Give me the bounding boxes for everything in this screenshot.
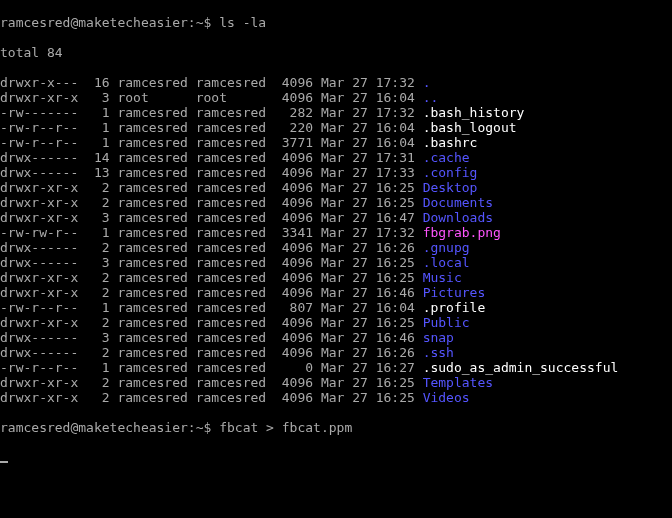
file-name: .config xyxy=(423,165,478,180)
file-meta: drwx------ 14 ramcesred ramcesred 4096 M… xyxy=(0,150,423,165)
file-name: Videos xyxy=(423,390,470,405)
file-row: drwxr-x--- 16 ramcesred ramcesred 4096 M… xyxy=(0,75,672,90)
file-meta: -rw-r--r-- 1 ramcesred ramcesred 220 Mar… xyxy=(0,120,423,135)
file-meta: -rw-r--r-- 1 ramcesred ramcesred 3771 Ma… xyxy=(0,135,423,150)
prompt-path: :~$ xyxy=(188,420,219,435)
file-row: drwx------ 13 ramcesred ramcesred 4096 M… xyxy=(0,165,672,180)
file-meta: drwx------ 3 ramcesred ramcesred 4096 Ma… xyxy=(0,330,423,345)
file-name: Documents xyxy=(423,195,493,210)
file-row: drwx------ 14 ramcesred ramcesred 4096 M… xyxy=(0,150,672,165)
prompt-user-host: ramcesred@maketecheasier xyxy=(0,15,188,30)
total-line: total 84 xyxy=(0,45,672,60)
file-name: Public xyxy=(423,315,470,330)
file-row: drwxr-xr-x 2 ramcesred ramcesred 4096 Ma… xyxy=(0,285,672,300)
file-row: drwxr-xr-x 2 ramcesred ramcesred 4096 Ma… xyxy=(0,315,672,330)
file-meta: drwx------ 13 ramcesred ramcesred 4096 M… xyxy=(0,165,423,180)
file-meta: drwxr-xr-x 2 ramcesred ramcesred 4096 Ma… xyxy=(0,195,423,210)
file-name: .ssh xyxy=(423,345,454,360)
file-row: drwx------ 2 ramcesred ramcesred 4096 Ma… xyxy=(0,345,672,360)
file-name: Pictures xyxy=(423,285,486,300)
file-name: snap xyxy=(423,330,454,345)
file-meta: -rw------- 1 ramcesred ramcesred 282 Mar… xyxy=(0,105,423,120)
file-name: .sudo_as_admin_successful xyxy=(423,360,619,375)
file-meta: -rw-r--r-- 1 ramcesred ramcesred 0 Mar 2… xyxy=(0,360,423,375)
file-meta: drwxr-x--- 16 ramcesred ramcesred 4096 M… xyxy=(0,75,423,90)
prompt-line-1: ramcesred@maketecheasier:~$ ls -la xyxy=(0,15,672,30)
prompt-line-2: ramcesred@maketecheasier:~$ fbcat > fbca… xyxy=(0,420,672,435)
file-meta: drwxr-xr-x 2 ramcesred ramcesred 4096 Ma… xyxy=(0,315,423,330)
file-row: -rw-r--r-- 1 ramcesred ramcesred 3771 Ma… xyxy=(0,135,672,150)
file-name: fbgrab.png xyxy=(423,225,501,240)
file-row: drwxr-xr-x 2 ramcesred ramcesred 4096 Ma… xyxy=(0,375,672,390)
file-meta: drwxr-xr-x 2 ramcesred ramcesred 4096 Ma… xyxy=(0,285,423,300)
file-row: -rw-r--r-- 1 ramcesred ramcesred 0 Mar 2… xyxy=(0,360,672,375)
command-text: fbcat > fbcat.ppm xyxy=(219,420,352,435)
cursor xyxy=(0,461,8,463)
file-name: .bashrc xyxy=(423,135,478,150)
file-row: drwx------ 3 ramcesred ramcesred 4096 Ma… xyxy=(0,330,672,345)
prompt-path: :~$ xyxy=(188,15,219,30)
file-meta: drwxr-xr-x 3 ramcesred ramcesred 4096 Ma… xyxy=(0,210,423,225)
file-name: .bash_logout xyxy=(423,120,517,135)
file-name: .profile xyxy=(423,300,486,315)
file-row: drwx------ 2 ramcesred ramcesred 4096 Ma… xyxy=(0,240,672,255)
file-row: drwxr-xr-x 3 root root 4096 Mar 27 16:04… xyxy=(0,90,672,105)
file-meta: drwx------ 2 ramcesred ramcesred 4096 Ma… xyxy=(0,240,423,255)
file-meta: drwxr-xr-x 2 ramcesred ramcesred 4096 Ma… xyxy=(0,375,423,390)
file-listing: drwxr-x--- 16 ramcesred ramcesred 4096 M… xyxy=(0,75,672,405)
file-meta: drwxr-xr-x 2 ramcesred ramcesred 4096 Ma… xyxy=(0,270,423,285)
file-row: -rw-r--r-- 1 ramcesred ramcesred 220 Mar… xyxy=(0,120,672,135)
file-name: Desktop xyxy=(423,180,478,195)
file-name: .bash_history xyxy=(423,105,525,120)
file-row: drwxr-xr-x 2 ramcesred ramcesred 4096 Ma… xyxy=(0,180,672,195)
file-name: . xyxy=(423,75,431,90)
file-row: -rw------- 1 ramcesred ramcesred 282 Mar… xyxy=(0,105,672,120)
file-name: Music xyxy=(423,270,462,285)
file-row: drwxr-xr-x 2 ramcesred ramcesred 4096 Ma… xyxy=(0,390,672,405)
file-meta: drwxr-xr-x 3 root root 4096 Mar 27 16:04 xyxy=(0,90,423,105)
file-meta: -rw-rw-r-- 1 ramcesred ramcesred 3341 Ma… xyxy=(0,225,423,240)
command-text: ls -la xyxy=(219,15,266,30)
file-row: drwxr-xr-x 2 ramcesred ramcesred 4096 Ma… xyxy=(0,195,672,210)
file-row: drwxr-xr-x 3 ramcesred ramcesred 4096 Ma… xyxy=(0,210,672,225)
file-name: Downloads xyxy=(423,210,493,225)
file-meta: drwxr-xr-x 2 ramcesred ramcesred 4096 Ma… xyxy=(0,390,423,405)
file-name: Templates xyxy=(423,375,493,390)
file-row: -rw-r--r-- 1 ramcesred ramcesred 807 Mar… xyxy=(0,300,672,315)
file-row: -rw-rw-r-- 1 ramcesred ramcesred 3341 Ma… xyxy=(0,225,672,240)
file-name: .. xyxy=(423,90,439,105)
file-meta: drwx------ 3 ramcesred ramcesred 4096 Ma… xyxy=(0,255,423,270)
file-name: .cache xyxy=(423,150,470,165)
prompt-user-host: ramcesred@maketecheasier xyxy=(0,420,188,435)
file-name: .local xyxy=(423,255,470,270)
file-row: drwxr-xr-x 2 ramcesred ramcesred 4096 Ma… xyxy=(0,270,672,285)
file-row: drwx------ 3 ramcesred ramcesred 4096 Ma… xyxy=(0,255,672,270)
file-meta: drwx------ 2 ramcesred ramcesred 4096 Ma… xyxy=(0,345,423,360)
file-meta: drwxr-xr-x 2 ramcesred ramcesred 4096 Ma… xyxy=(0,180,423,195)
cursor-line xyxy=(0,450,672,465)
file-meta: -rw-r--r-- 1 ramcesred ramcesred 807 Mar… xyxy=(0,300,423,315)
terminal-output[interactable]: ramcesred@maketecheasier:~$ ls -la total… xyxy=(0,0,672,480)
file-name: .gnupg xyxy=(423,240,470,255)
